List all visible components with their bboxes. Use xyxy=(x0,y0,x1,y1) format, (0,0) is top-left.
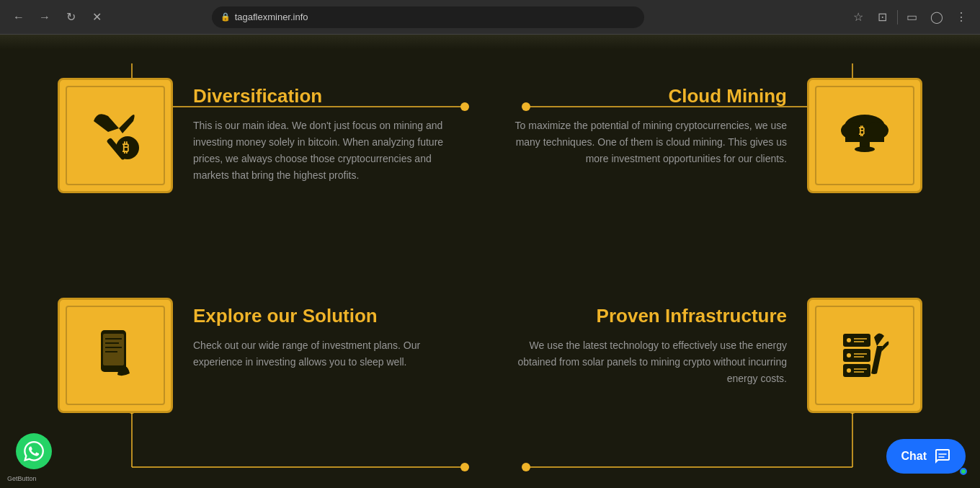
feature-diversification: ₿ Diversification This is our main idea.… xyxy=(58,78,468,254)
svg-point-20 xyxy=(841,122,864,139)
svg-point-32 xyxy=(119,366,123,371)
bookmark-button[interactable]: ☆ xyxy=(848,7,868,27)
sidebar-button[interactable]: ▭ xyxy=(902,7,922,27)
security-icon: 🔒 xyxy=(220,12,231,22)
server-pickaxe-icon xyxy=(832,323,897,388)
features-container: ₿ Diversification This is our main idea.… xyxy=(0,49,980,488)
chat-label: Chat xyxy=(901,450,927,463)
svg-point-37 xyxy=(847,353,851,358)
menu-button[interactable]: ⋮ xyxy=(951,7,971,27)
feature-proven-infrastructure: Proven Infrastructure We use the latest … xyxy=(512,298,922,474)
cloud-mining-desc: To maximize the potential of mining cryp… xyxy=(512,117,787,167)
svg-rect-16 xyxy=(106,138,127,161)
proven-infrastructure-desc: We use the latest technology to effectiv… xyxy=(512,337,787,387)
cloud-bitcoin-icon: ₿ xyxy=(832,103,897,168)
diversification-desc: This is our main idea. We don't just foc… xyxy=(193,117,468,184)
toolbar-divider xyxy=(897,10,898,25)
svg-point-19 xyxy=(845,115,885,138)
pickaxe-bitcoin-icon: ₿ xyxy=(83,103,148,168)
address-bar[interactable]: 🔒 tagaflexminer.info xyxy=(212,6,644,28)
profile-button[interactable]: ◯ xyxy=(927,7,947,27)
extensions-button[interactable]: ⊡ xyxy=(873,7,893,27)
svg-text:₿: ₿ xyxy=(122,141,129,155)
cloud-mining-text: Cloud Mining To maximize the potential o… xyxy=(512,78,787,167)
explore-solution-desc: Check out our wide range of investment p… xyxy=(193,337,468,371)
svg-point-36 xyxy=(847,338,851,342)
reload-button[interactable]: ↻ xyxy=(61,7,81,27)
explore-solution-text: Explore our Solution Check out our wide … xyxy=(193,298,468,371)
cloud-mining-title: Cloud Mining xyxy=(512,85,787,107)
browser-toolbar: ← → ↻ ✕ 🔒 tagaflexminer.info ☆ ⊡ ▭ ◯ ⋮ xyxy=(0,0,980,35)
svg-rect-23 xyxy=(860,141,870,148)
proven-infrastructure-title: Proven Infrastructure xyxy=(512,305,787,327)
proven-infrastructure-icon-box xyxy=(807,298,922,413)
diversification-text: Diversification This is our main idea. W… xyxy=(193,78,468,184)
svg-point-24 xyxy=(855,146,875,152)
top-strip xyxy=(0,35,980,49)
proven-infrastructure-text: Proven Infrastructure We use the latest … xyxy=(512,298,787,387)
page-content: ₿ Diversification This is our main idea.… xyxy=(0,35,980,488)
svg-rect-27 xyxy=(103,334,124,365)
feature-explore-solution: Explore our Solution Check out our wide … xyxy=(58,298,468,474)
explore-solution-title: Explore our Solution xyxy=(193,305,468,327)
svg-rect-34 xyxy=(843,349,870,362)
chat-button[interactable]: Chat xyxy=(886,439,966,474)
feature-cloud-mining: ₿ Cloud Mining To maximize the potential… xyxy=(512,78,922,254)
toolbar-right: ☆ ⊡ ▭ ◯ ⋮ xyxy=(848,7,971,27)
close-button[interactable]: ✕ xyxy=(86,7,107,27)
svg-rect-33 xyxy=(843,334,870,347)
svg-point-38 xyxy=(847,368,851,373)
chat-online-indicator xyxy=(960,468,967,475)
svg-rect-26 xyxy=(101,330,126,372)
cloud-mining-icon-box: ₿ xyxy=(807,78,922,193)
diversification-icon-box: ₿ xyxy=(58,78,173,193)
svg-rect-35 xyxy=(843,364,870,377)
whatsapp-icon xyxy=(24,441,44,461)
url-text: tagaflexminer.info xyxy=(235,12,308,22)
chat-icon xyxy=(934,448,951,465)
svg-text:₿: ₿ xyxy=(859,125,865,137)
explore-solution-icon-box xyxy=(58,298,173,413)
svg-rect-22 xyxy=(845,130,884,142)
svg-point-17 xyxy=(116,136,139,159)
whatsapp-label: GetButton xyxy=(7,475,37,482)
svg-point-21 xyxy=(865,122,888,139)
diversification-title: Diversification xyxy=(193,85,468,107)
whatsapp-button[interactable] xyxy=(16,433,52,469)
back-button[interactable]: ← xyxy=(9,7,29,27)
phone-hand-icon xyxy=(83,323,148,388)
forward-button[interactable]: → xyxy=(35,7,55,27)
